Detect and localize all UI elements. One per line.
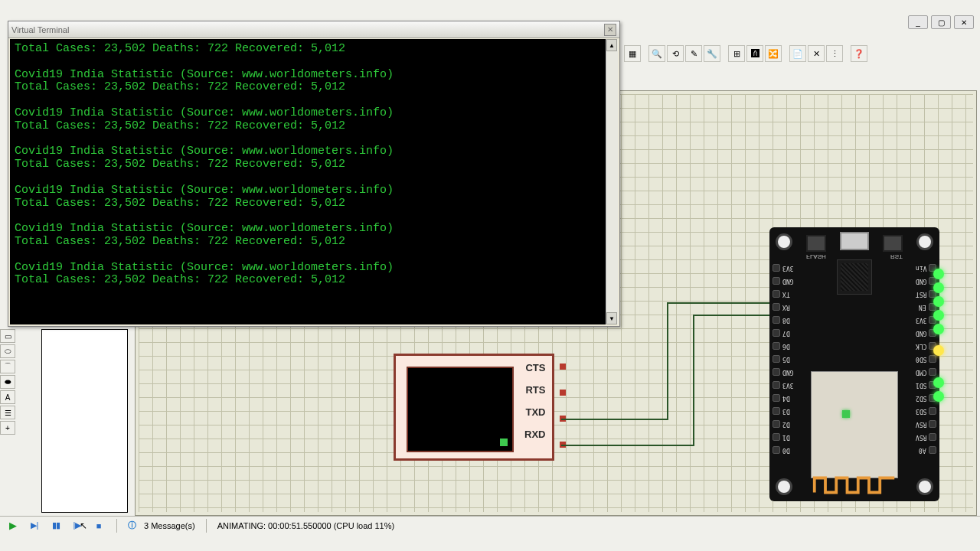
wrench-icon[interactable]: 🔧 [704, 45, 720, 62]
terminal-title: Virtual Terminal [11, 25, 604, 34]
nodemcu-board[interactable]: FLASH RST 3V3GNDTXRXD8D7D6D5GND3V3D4D3D2… [769, 227, 939, 501]
terminal-component-screen [407, 367, 514, 452]
rst-label: RST [890, 253, 903, 260]
mcu-pin[interactable]: GND [773, 367, 793, 377]
right-pin-header: VinGNDRSTEN3V3GNDCLKSD0CMDSD1SD2SD3RSVRS… [916, 262, 936, 455]
minimize-button[interactable]: _ [908, 15, 928, 29]
virtual-terminal-window[interactable]: Virtual Terminal ✕ Total Cases: 23,502 D… [8, 21, 620, 327]
wire[interactable] [561, 419, 668, 420]
maximize-button[interactable]: ▢ [931, 15, 951, 29]
terminal-output[interactable]: Total Cases: 23,502 Deaths: 722 Recovere… [10, 39, 618, 324]
terminal-titlebar[interactable]: Virtual Terminal ✕ [8, 21, 619, 38]
mcu-pin[interactable]: A0 [919, 445, 936, 455]
play-button[interactable]: ▶ [6, 520, 20, 532]
pin-activity-led [933, 377, 944, 388]
scroll-up-icon[interactable]: ▲ [606, 39, 617, 51]
mounting-hole-icon [916, 478, 933, 495]
more-icon[interactable]: ⋮ [826, 45, 843, 62]
status-bar: ▶ ▶| ▮▮ |▶ ■ ⓘ 3 Message(s) ANIMATING: 0… [0, 516, 980, 534]
pin-activity-led [933, 310, 944, 321]
mcu-pin[interactable]: D5 [773, 354, 790, 364]
pin-pad-rts[interactable] [560, 390, 566, 396]
toolbar-grid-icon[interactable]: ▦ [624, 45, 641, 62]
simulation-status: ANIMATING: 00:00:51.550000 (CPU load 11%… [217, 521, 395, 530]
pin-activity-led [933, 345, 944, 356]
mcu-pin[interactable]: D8 [773, 315, 790, 325]
left-toolbar: ▭ ⬭ ⌒ ⬬ A ☰ + [0, 329, 17, 435]
cursor-icon: ↖ [80, 520, 87, 531]
mcu-pin[interactable]: TX [773, 289, 790, 299]
pin-activity-led [933, 324, 944, 334]
mcu-pin[interactable]: CMD [916, 367, 936, 377]
step-button[interactable]: ▶| [28, 520, 41, 532]
pin-cts: CTS [524, 362, 545, 373]
mcu-pin[interactable]: D7 [773, 328, 790, 338]
wire[interactable] [667, 302, 668, 420]
rect-tool-icon[interactable]: ▭ [0, 329, 15, 343]
mcu-pin[interactable]: 3V3 [773, 380, 793, 390]
flash-label: FLASH [806, 253, 826, 260]
text-icon[interactable]: 🅰 [746, 45, 763, 62]
mcu-pin[interactable]: D4 [773, 393, 790, 403]
flash-button[interactable] [806, 235, 826, 252]
pin-pad-cts[interactable] [560, 364, 566, 370]
mcu-pin[interactable]: SD0 [916, 354, 936, 364]
pin-activity-led [933, 391, 944, 402]
pin-activity-led [933, 269, 944, 279]
ellipse-tool-icon[interactable]: ⬭ [0, 344, 15, 358]
main-toolbar: ▦ 🔍 ⟲ ✎ 🔧 ⊞ 🅰 🔀 📄 ✕ ⋮ ❓ [624, 44, 934, 63]
stop-button[interactable]: ■ [92, 520, 106, 532]
esp8266-shield-icon [811, 371, 898, 478]
pin-txd: TXD [524, 406, 545, 418]
info-icon: ⓘ [128, 520, 136, 531]
mcu-pin[interactable]: 3V3 [773, 262, 793, 273]
terminal-scrollbar[interactable]: ▲ ▼ [606, 39, 618, 324]
wire[interactable] [693, 315, 694, 446]
wire[interactable] [667, 302, 769, 304]
oval-tool-icon[interactable]: ⬬ [0, 375, 15, 389]
left-pin-header: 3V3GNDTXRXD8D7D6D5GND3V3D4D3D2D1D0 [773, 262, 793, 455]
pause-button[interactable]: ▮▮ [49, 520, 63, 532]
terminal-activity-led [500, 439, 508, 446]
messages-count[interactable]: 3 Message(s) [144, 521, 195, 530]
terminal-close-button[interactable]: ✕ [604, 24, 616, 36]
usb-serial-chip-icon [837, 259, 872, 295]
mcu-pin[interactable]: D3 [773, 406, 790, 416]
wire[interactable] [561, 445, 694, 446]
mounting-hole-icon [776, 478, 792, 495]
mcu-pin[interactable]: RX [773, 302, 790, 312]
pcb-antenna-icon [811, 474, 898, 497]
pin-activity-led [933, 296, 944, 307]
mcu-pin[interactable]: D6 [773, 341, 790, 351]
delete-icon[interactable]: ✕ [808, 45, 825, 62]
mounting-hole-icon [916, 233, 933, 250]
plus-tool-icon[interactable]: + [0, 421, 15, 435]
mcu-pin[interactable]: RSV [916, 432, 936, 442]
text-tool-icon[interactable]: A [0, 390, 15, 404]
mcu-pin[interactable]: GND [773, 276, 793, 286]
wifi-led [842, 410, 850, 418]
virtual-terminal-component[interactable]: CTS RTS TXD RXD [394, 354, 554, 461]
mounting-hole-icon [776, 233, 792, 250]
mcu-pin[interactable]: SD3 [916, 406, 936, 416]
edit-icon[interactable]: ✎ [685, 45, 702, 62]
page-icon[interactable]: 📄 [789, 45, 806, 62]
component-icon[interactable]: ⊞ [728, 45, 745, 62]
route-icon[interactable]: 🔀 [765, 45, 782, 62]
arc-tool-icon[interactable]: ⌒ [0, 360, 15, 373]
close-button[interactable]: ✕ [954, 15, 974, 29]
mcu-pin[interactable]: D2 [773, 419, 790, 429]
wire[interactable] [693, 315, 769, 316]
help-icon[interactable]: ❓ [851, 45, 867, 62]
rotate-icon[interactable]: ⟲ [667, 45, 684, 62]
zoom-icon[interactable]: 🔍 [648, 45, 665, 62]
pin-rxd: RXD [524, 429, 545, 440]
reset-button[interactable] [883, 235, 903, 252]
list-tool-icon[interactable]: ☰ [0, 406, 15, 419]
overview-pane[interactable] [41, 329, 128, 513]
pin-rts: RTS [524, 384, 545, 396]
mcu-pin[interactable]: RSV [916, 419, 936, 429]
mcu-pin[interactable]: D1 [773, 432, 790, 442]
mcu-pin[interactable]: D0 [773, 445, 790, 455]
scroll-down-icon[interactable]: ▼ [606, 312, 617, 324]
